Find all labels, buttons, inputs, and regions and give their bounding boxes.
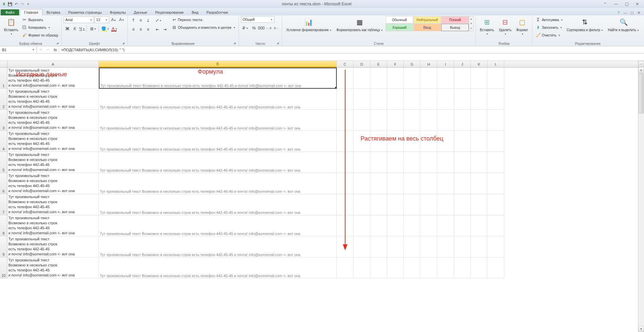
cell[interactable] [454, 110, 471, 131]
cell[interactable] [387, 257, 404, 278]
cell[interactable] [488, 68, 504, 89]
tab-insert[interactable]: Вставка [43, 9, 64, 15]
font-size-combo[interactable]: 12▼ [94, 16, 109, 23]
cell[interactable] [488, 152, 504, 173]
style-input[interactable]: Ввод [413, 24, 441, 31]
cell[interactable] [437, 173, 454, 194]
italic-button[interactable]: К [71, 25, 78, 32]
cell[interactable] [353, 89, 370, 110]
cell[interactable] [353, 131, 370, 152]
number-format-combo[interactable]: Общий▼ [241, 16, 274, 23]
cell[interactable] [488, 236, 504, 257]
cell[interactable]: Тут произвольный текст Возможно в нескол… [7, 89, 99, 110]
cell[interactable] [488, 173, 504, 194]
grow-font-button[interactable]: A▲ [110, 16, 117, 23]
col-header-h[interactable]: H [421, 61, 437, 67]
tab-data[interactable]: Данные [130, 9, 151, 15]
cell[interactable] [471, 131, 488, 152]
redo-icon[interactable]: ↷ [19, 1, 25, 7]
cell[interactable] [404, 68, 421, 89]
cell[interactable] [437, 152, 454, 173]
fx-icon[interactable]: fx [52, 48, 59, 52]
cell[interactable] [421, 194, 437, 215]
cell[interactable] [437, 194, 454, 215]
formula-bar-expand[interactable] [0, 54, 644, 61]
cell[interactable] [471, 89, 488, 110]
row-header[interactable]: 3 [0, 110, 7, 131]
maximize-icon[interactable]: ▢ [623, 1, 631, 7]
cell[interactable] [437, 89, 454, 110]
align-left-button[interactable]: ≡ [130, 26, 137, 33]
cell[interactable] [471, 194, 488, 215]
cell[interactable] [370, 131, 387, 152]
col-header-a[interactable]: A [7, 61, 99, 67]
cell[interactable] [454, 131, 471, 152]
sort-filter-button[interactable]: ⇅Сортировка и фильтр▼ [565, 16, 605, 33]
fill-color-button[interactable]: 🪣▼ [101, 25, 110, 32]
cell[interactable]: Тут произвольный текст Возможно в нескол… [7, 110, 99, 131]
cell[interactable] [471, 257, 488, 278]
cell[interactable] [353, 173, 370, 194]
cell[interactable]: Тут произвольный текст Возможно в нескол… [99, 131, 337, 152]
active-cell[interactable]: Тут произвольный текст Возможно в нескол… [99, 68, 337, 89]
cell[interactable] [404, 194, 421, 215]
font-color-button[interactable]: A▼ [110, 25, 119, 32]
cell[interactable] [437, 236, 454, 257]
cell[interactable] [353, 152, 370, 173]
align-bottom-button[interactable]: ⤓ [144, 17, 152, 24]
format-painter-button[interactable]: 🖌Формат по образцу [21, 31, 59, 39]
cell[interactable] [370, 89, 387, 110]
cell[interactable]: Тут произвольный текст Возможно в нескол… [99, 257, 337, 278]
align-top-button[interactable]: ⤒ [130, 17, 137, 24]
undo-icon[interactable]: ↶ [13, 1, 19, 7]
tab-page-layout[interactable]: Разметка страницы [64, 9, 106, 15]
cell[interactable]: Тут произвольный текст Возможно в нескол… [99, 110, 337, 131]
dialog-launcher-icon[interactable]: ◢ [233, 42, 237, 46]
align-center-button[interactable]: ≡ [137, 26, 144, 33]
tab-review[interactable]: Рецензирование [151, 9, 188, 15]
clear-button[interactable]: 🧹Очистить▼ [534, 31, 564, 39]
style-neutral[interactable]: Нейтральный [413, 16, 441, 23]
cell[interactable] [454, 89, 471, 110]
cell[interactable] [421, 173, 437, 194]
cell[interactable] [404, 152, 421, 173]
cell[interactable] [353, 257, 370, 278]
cell[interactable] [387, 152, 404, 173]
doc-minimize-icon[interactable]: — [623, 10, 628, 15]
cell[interactable] [370, 194, 387, 215]
doc-close-icon[interactable]: ✕ [636, 10, 641, 15]
cell[interactable] [454, 236, 471, 257]
row-header[interactable]: 7 [0, 194, 7, 215]
col-header-k[interactable]: K [471, 61, 488, 67]
row-header[interactable]: 2 [0, 89, 7, 110]
cell[interactable]: Тут произвольный текст Возможно в нескол… [99, 89, 337, 110]
cell[interactable] [353, 236, 370, 257]
row-header[interactable]: 10 [0, 257, 7, 278]
style-bad[interactable]: Плохой [441, 16, 469, 23]
formula-input[interactable]: =ПОДСТАВИТЬ(A1;СИМВОЛ(10); " ") [59, 46, 644, 53]
cell[interactable]: Тут произвольный текст Возможно в нескол… [7, 68, 99, 89]
col-header-j[interactable]: J [454, 61, 471, 67]
copy-button[interactable]: ⿻Копировать▼ [21, 24, 59, 31]
cell[interactable]: Тут произвольный текст Возможно в нескол… [7, 152, 99, 173]
accounting-button[interactable]: ₽▼ [241, 24, 250, 32]
find-select-button[interactable]: 🔍Найти и выделить▼ [606, 16, 641, 33]
cell[interactable]: Тут произвольный текст Возможно в нескол… [99, 152, 337, 173]
cell[interactable] [404, 89, 421, 110]
cell[interactable] [471, 236, 488, 257]
cell[interactable]: Тут произвольный текст Возможно в нескол… [99, 194, 337, 215]
col-header-g[interactable]: G [404, 61, 421, 67]
cell[interactable] [387, 110, 404, 131]
cell[interactable] [337, 257, 353, 278]
vertical-scrollbar[interactable]: — ▲ ▼ [638, 61, 644, 332]
cell[interactable] [437, 131, 454, 152]
col-header-i[interactable]: I [437, 61, 454, 67]
col-header-c[interactable]: C [337, 61, 353, 67]
col-header-e[interactable]: E [370, 61, 387, 67]
cell[interactable] [387, 236, 404, 257]
cell[interactable] [454, 68, 471, 89]
row-header[interactable]: 4 [0, 131, 7, 152]
cell[interactable] [488, 215, 504, 236]
cell[interactable] [353, 215, 370, 236]
col-header-d[interactable]: D [353, 61, 370, 67]
